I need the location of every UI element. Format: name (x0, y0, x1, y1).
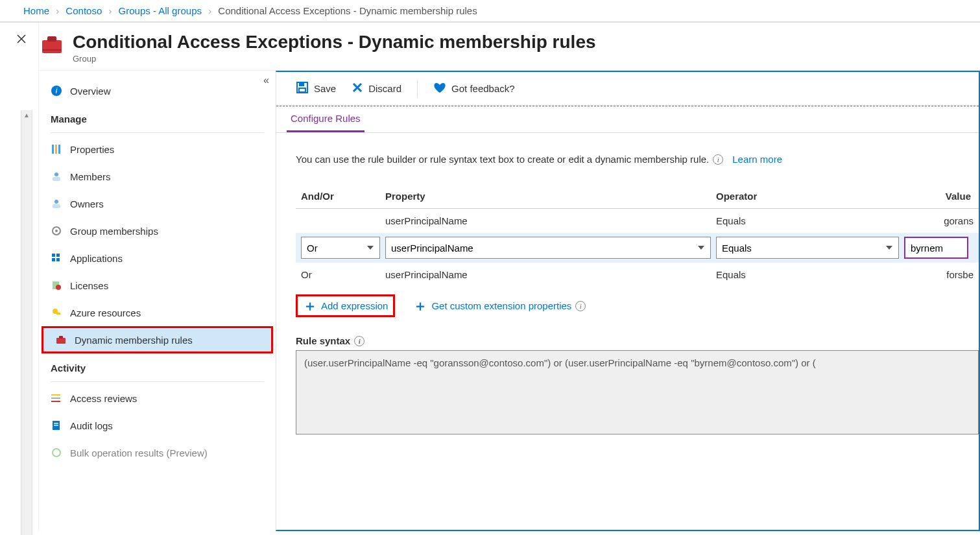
rule-syntax-textbox[interactable]: (user.userPrincipalName -eq "goransson@c… (296, 350, 979, 434)
add-expression-button[interactable]: ＋ Add expression (296, 294, 395, 317)
license-icon (51, 279, 62, 291)
discard-button[interactable]: Discard (352, 82, 401, 95)
svg-rect-1 (47, 36, 56, 42)
save-icon (296, 81, 309, 96)
property-select[interactable]: userPrincipalName (385, 237, 711, 259)
person-icon (51, 171, 62, 182)
breadcrumb-current: Conditional Access Exceptions - Dynamic … (218, 5, 477, 16)
page-title: Conditional Access Exceptions - Dynamic … (73, 32, 596, 53)
rule-syntax-label: Rule syntax i (296, 335, 979, 346)
save-button[interactable]: Save (296, 81, 336, 96)
intro-text: You can use the rule builder or rule syn… (296, 154, 979, 165)
sidebar-item-access-reviews[interactable]: Access reviews (39, 385, 276, 412)
gear-icon (51, 225, 62, 237)
get-custom-properties-button[interactable]: ＋ Get custom extension properties i (408, 296, 591, 315)
svg-rect-0 (42, 40, 62, 53)
sidebar-nav: « i Overview Manage Properties Members (39, 71, 276, 531)
sidebar-item-group-memberships[interactable]: Group memberships (39, 217, 276, 244)
section-header-activity: Activity (39, 353, 276, 379)
value-input[interactable] (904, 237, 968, 259)
sidebar-item-overview[interactable]: i Overview (39, 77, 276, 104)
svg-point-30 (53, 449, 60, 457)
sidebar-item-label: Azure resources (70, 307, 141, 318)
sidebar-item-properties[interactable]: Properties (39, 136, 276, 163)
svg-point-10 (54, 200, 58, 204)
chevron-right-icon: › (56, 5, 59, 16)
svg-rect-21 (56, 313, 60, 315)
tab-configure-rules[interactable]: Configure Rules (287, 106, 365, 132)
sidebar-item-label: Audit logs (70, 420, 113, 431)
sidebar-item-bulk-operation-results[interactable]: Bulk operation results (Preview) (39, 439, 276, 466)
content-pane: Save Discard Got feedback? Configure Rul… (276, 71, 980, 531)
cell-operator: Equals (716, 269, 904, 280)
svg-rect-33 (299, 88, 305, 92)
sidebar-item-label: Members (70, 171, 111, 182)
intro-text-span: You can use the rule builder or rule syn… (296, 154, 709, 165)
briefcase-icon (55, 334, 67, 346)
breadcrumb-home[interactable]: Home (23, 5, 49, 16)
col-property: Property (385, 191, 716, 202)
breadcrumb-contoso[interactable]: Contoso (66, 5, 102, 16)
toolbar-divider (417, 80, 418, 98)
sidebar-item-label: Properties (70, 144, 114, 155)
col-operator: Operator (716, 191, 904, 202)
info-icon[interactable]: i (575, 301, 586, 311)
cell-value: gorans (904, 215, 974, 226)
sidebar-item-members[interactable]: Members (39, 163, 276, 190)
sidebar-item-label: Owners (70, 198, 104, 209)
sidebar-item-owners[interactable]: Owners (39, 190, 276, 217)
rule-builder-table: And/Or Property Operator Value userPrinc… (296, 184, 979, 287)
svg-rect-29 (54, 425, 58, 426)
svg-rect-22 (56, 338, 66, 344)
tab-bar: Configure Rules (276, 106, 979, 133)
cell-property: userPrincipalName (385, 215, 716, 226)
svg-point-19 (56, 285, 61, 290)
learn-more-link[interactable]: Learn more (732, 154, 782, 165)
save-label: Save (314, 83, 336, 94)
table-row[interactable]: Or userPrincipalName Equals (296, 233, 979, 263)
log-icon (51, 420, 62, 431)
collapse-sidebar-icon[interactable]: « (263, 75, 269, 86)
svg-rect-28 (54, 423, 58, 424)
svg-rect-14 (52, 254, 55, 257)
feedback-label: Got feedback? (451, 83, 515, 94)
page-header: Conditional Access Exceptions - Dynamic … (39, 23, 980, 71)
svg-rect-24 (51, 394, 60, 396)
sidebar-item-applications[interactable]: Applications (39, 244, 276, 272)
sidebar-item-audit-logs[interactable]: Audit logs (39, 412, 276, 439)
sidebar-item-dynamic-membership-rules[interactable]: Dynamic membership rules (42, 326, 273, 353)
close-icon (352, 82, 363, 95)
sidebar-item-azure-resources[interactable]: Azure resources (39, 299, 276, 326)
heart-icon (433, 82, 446, 95)
sidebar-item-label: Licenses (70, 280, 108, 291)
close-icon[interactable] (16, 36, 27, 47)
sidebar-item-label: Group memberships (70, 226, 158, 237)
feedback-button[interactable]: Got feedback? (433, 82, 515, 95)
rule-syntax-label-text: Rule syntax (296, 335, 350, 346)
svg-point-13 (55, 230, 58, 232)
svg-rect-23 (59, 336, 63, 339)
svg-rect-16 (52, 258, 55, 261)
key-icon (51, 307, 62, 318)
andor-select[interactable]: Or (301, 237, 380, 259)
table-header: And/Or Property Operator Value (296, 184, 979, 209)
breadcrumb-groups[interactable]: Groups - All groups (119, 5, 202, 16)
add-expression-label: Add expression (321, 300, 388, 311)
cell-value: forsbe (904, 269, 974, 280)
scroll-up-icon[interactable]: ▲ (22, 110, 31, 120)
table-row[interactable]: Or userPrincipalName Equals forsbe (296, 263, 979, 287)
cell-operator: Equals (716, 215, 904, 226)
svg-point-8 (54, 172, 58, 176)
breadcrumb: Home › Contoso › Groups - All groups › C… (0, 0, 980, 22)
sidebar-item-licenses[interactable]: Licenses (39, 272, 276, 299)
info-icon[interactable]: i (354, 336, 365, 346)
vertical-scrollbar[interactable]: ▲ (21, 110, 32, 531)
list-icon (51, 392, 62, 404)
sidebar-item-label: Overview (70, 86, 111, 97)
table-row[interactable]: userPrincipalName Equals gorans (296, 209, 979, 233)
operator-select[interactable]: Equals (716, 237, 899, 259)
svg-rect-6 (55, 145, 57, 154)
chevron-right-icon: › (208, 5, 211, 16)
info-icon[interactable]: i (713, 154, 723, 165)
svg-rect-11 (53, 204, 60, 208)
